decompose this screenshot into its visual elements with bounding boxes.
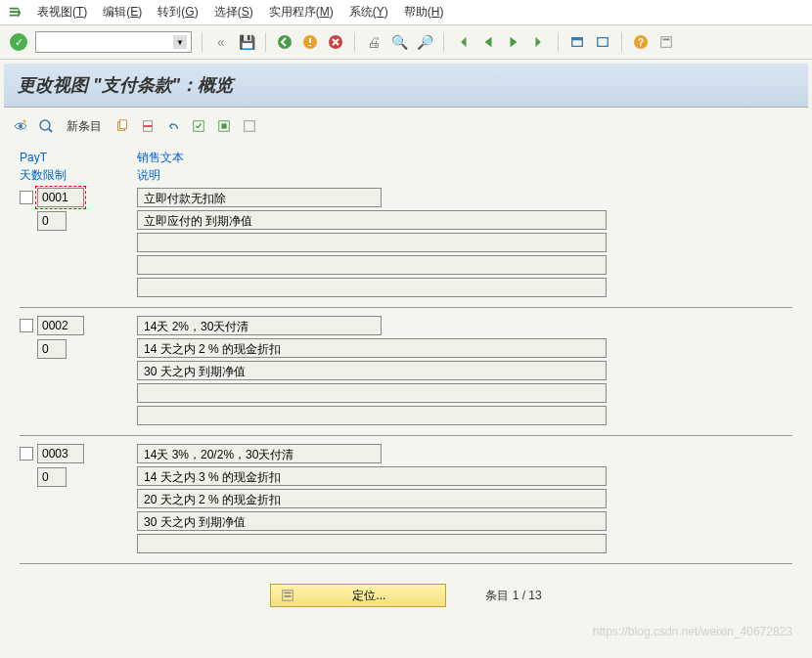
salestext-field[interactable]: 14天 3%，20/2%，30天付清 xyxy=(137,444,382,463)
salestext-field[interactable]: 立即付款无扣除 xyxy=(137,188,382,207)
description-line[interactable] xyxy=(137,233,607,252)
back-icon[interactable]: « xyxy=(212,33,230,51)
description-line[interactable]: 30 天之内 到期净值 xyxy=(137,511,607,531)
find-icon[interactable]: 🔍 xyxy=(390,33,408,51)
entry-count: 条目 1 / 13 xyxy=(485,588,541,604)
daylimit-field[interactable]: 0 xyxy=(37,339,67,359)
svg-text:?: ? xyxy=(638,37,644,48)
shortcut-icon[interactable] xyxy=(594,33,611,51)
content-area: PayT 天数限制 销售文本 说明 0001 0 立即付款无扣除 立即应付的 到… xyxy=(0,141,812,625)
menu-help[interactable]: 帮助(H) xyxy=(404,4,444,21)
menu-tableview[interactable]: 表视图(T) xyxy=(37,4,87,21)
svg-rect-21 xyxy=(285,595,292,597)
print-icon[interactable]: 🖨 xyxy=(365,33,383,51)
last-page-icon[interactable] xyxy=(530,33,548,51)
entry-row: 0002 0 14天 2%，30天付清 14 天之内 2 % 的现金折扣 30 … xyxy=(20,316,792,436)
details-icon[interactable] xyxy=(37,117,55,135)
copy-icon[interactable] xyxy=(113,117,131,135)
menu-system[interactable]: 系统(Y) xyxy=(349,4,388,21)
description-line[interactable]: 30 天之内 到期净值 xyxy=(137,361,607,380)
svg-rect-5 xyxy=(598,38,609,47)
exit-icon[interactable] xyxy=(301,33,319,51)
description-line[interactable]: 20 天之内 2 % 的现金折扣 xyxy=(137,489,607,508)
svg-rect-18 xyxy=(245,121,255,132)
header-daylimit: 天数限制 xyxy=(20,166,137,184)
new-entry-label[interactable]: 新条目 xyxy=(67,118,102,135)
menu-goto[interactable]: 转到(G) xyxy=(158,4,198,21)
column-headers: PayT 天数限制 销售文本 说明 xyxy=(20,149,792,184)
first-page-icon[interactable] xyxy=(454,33,472,51)
find-next-icon[interactable]: 🔎 xyxy=(416,33,433,51)
description-line[interactable] xyxy=(137,534,607,553)
footer: 定位... 条目 1 / 13 xyxy=(20,574,792,617)
deselect-all-icon[interactable] xyxy=(241,117,258,135)
toggle-display-icon[interactable] xyxy=(12,117,29,135)
svg-point-10 xyxy=(19,124,23,128)
description-line[interactable] xyxy=(137,406,607,425)
separator xyxy=(202,32,203,52)
svg-rect-17 xyxy=(221,123,226,128)
svg-rect-20 xyxy=(285,592,292,594)
menu-edit[interactable]: 编辑(E) xyxy=(103,4,142,21)
description-line[interactable] xyxy=(137,278,607,297)
payt-code-field[interactable]: 0002 xyxy=(37,316,84,335)
description-line[interactable] xyxy=(137,383,607,403)
separator xyxy=(621,32,622,52)
prev-page-icon[interactable] xyxy=(479,33,497,51)
svg-rect-8 xyxy=(661,37,672,48)
svg-rect-4 xyxy=(572,38,583,41)
position-icon xyxy=(281,589,294,602)
save-icon[interactable]: 💾 xyxy=(238,33,255,51)
entry-checkbox[interactable] xyxy=(20,447,33,461)
svg-point-11 xyxy=(40,120,50,130)
entry-checkbox[interactable] xyxy=(20,319,33,332)
description-line[interactable] xyxy=(137,255,607,275)
undo-icon[interactable] xyxy=(164,117,182,135)
app-toolbar: 新条目 xyxy=(0,111,812,141)
next-page-icon[interactable] xyxy=(505,33,522,51)
dropdown-arrow-icon[interactable]: ▼ xyxy=(173,35,187,49)
header-salestext: 销售文本 xyxy=(137,149,792,166)
header-description: 说明 xyxy=(137,166,792,184)
payt-code-field[interactable]: 0001 xyxy=(37,188,84,207)
separator xyxy=(558,32,559,52)
salestext-field[interactable]: 14天 2%，30天付清 xyxy=(137,316,382,335)
daylimit-field[interactable]: 0 xyxy=(37,211,67,231)
watermark: https://blog.csdn.net/weixin_40672823 xyxy=(593,625,792,638)
back-nav-icon[interactable] xyxy=(276,33,293,51)
description-line[interactable]: 14 天之内 3 % 的现金折扣 xyxy=(137,466,607,486)
header-payt: PayT xyxy=(20,149,137,166)
system-toolbar: ✓ ▼ « 💾 🖨 🔍 🔎 ? xyxy=(0,25,812,60)
customize-icon[interactable] xyxy=(657,33,675,51)
separator xyxy=(354,32,355,52)
cancel-icon[interactable] xyxy=(327,33,344,51)
daylimit-field[interactable]: 0 xyxy=(37,467,67,487)
new-session-icon[interactable] xyxy=(568,33,586,51)
select-block-icon[interactable] xyxy=(215,117,233,135)
entry-row: 0003 0 14天 3%，20/2%，30天付清 14 天之内 3 % 的现金… xyxy=(20,444,792,564)
menubar: 表视图(T) 编辑(E) 转到(G) 选择(S) 实用程序(M) 系统(Y) 帮… xyxy=(0,0,812,25)
select-all-icon[interactable] xyxy=(190,117,207,135)
position-button[interactable]: 定位... xyxy=(270,584,446,607)
separator xyxy=(265,32,266,52)
svg-point-0 xyxy=(278,35,292,49)
menu-indicator-icon xyxy=(8,6,22,20)
entry-checkbox[interactable] xyxy=(20,191,33,204)
entry-row: 0001 0 立即付款无扣除 立即应付的 到期净值 xyxy=(20,188,792,308)
help-icon[interactable]: ? xyxy=(632,33,650,51)
description-line[interactable]: 14 天之内 2 % 的现金折扣 xyxy=(137,338,607,358)
svg-rect-13 xyxy=(119,120,126,129)
delete-icon[interactable] xyxy=(139,117,157,135)
payt-code-field[interactable]: 0003 xyxy=(37,444,84,463)
command-field[interactable]: ▼ xyxy=(35,31,192,53)
separator xyxy=(443,32,444,52)
page-title: 更改视图 "支付条款"：概览 xyxy=(4,64,808,108)
ok-icon[interactable]: ✓ xyxy=(10,33,27,51)
description-line[interactable]: 立即应付的 到期净值 xyxy=(137,210,607,230)
svg-rect-9 xyxy=(663,39,670,41)
position-label: 定位... xyxy=(302,588,435,604)
menu-select[interactable]: 选择(S) xyxy=(214,4,253,21)
menu-utilities[interactable]: 实用程序(M) xyxy=(269,4,334,21)
